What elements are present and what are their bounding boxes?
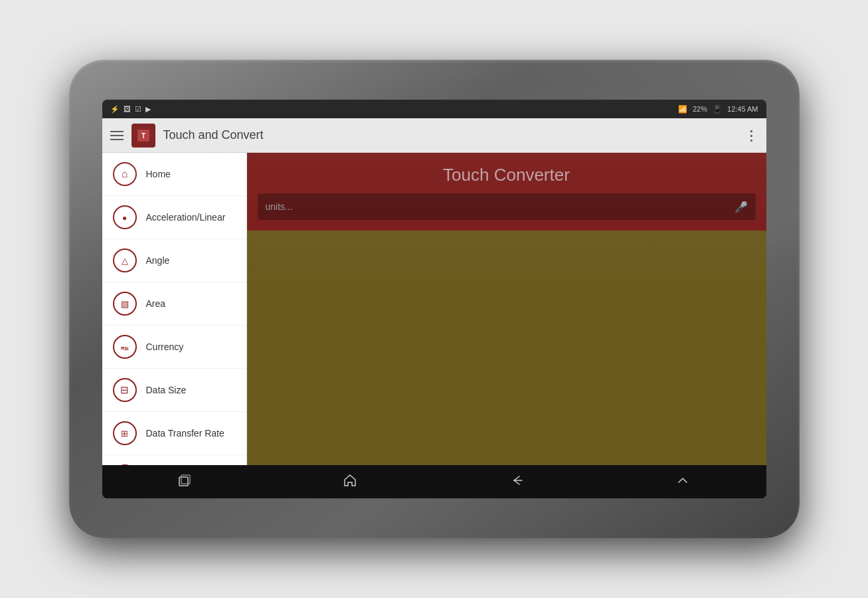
svg-rect-2 [179, 477, 188, 486]
angle-icon [113, 249, 137, 272]
svg-rect-3 [181, 475, 190, 484]
sidebar-label-data-size: Data Size [146, 385, 187, 395]
data-transfer-icon [113, 421, 137, 445]
mic-icon[interactable]: 🎤 [735, 201, 748, 213]
svg-text:T: T [141, 132, 145, 140]
sidebar-label-home: Home [146, 169, 171, 179]
content-body [247, 231, 766, 465]
status-right-area: 📶 22% 📱 12:45 AM [678, 105, 758, 114]
status-left-icons: ⚡ 🖼 ☑ ▶ [110, 105, 151, 114]
sidebar-label-data-transfer: Data Transfer Rate [146, 428, 224, 439]
sidebar-item-acceleration[interactable]: Acceleration/Linear [102, 196, 246, 239]
sidebar-item-data-transfer[interactable]: Data Transfer Rate [102, 412, 246, 455]
content-area: Touch Converter units... 🎤 [247, 153, 766, 465]
content-header: Touch Converter units... 🎤 [247, 153, 766, 231]
search-input-placeholder: units... [266, 201, 735, 212]
tablet-device: ⚡ 🖼 ☑ ▶ 📶 22% 📱 12:45 AM T [69, 60, 800, 538]
acceleration-icon [113, 205, 137, 229]
overflow-menu-button[interactable]: ⋮ [744, 128, 758, 144]
app-title: Touch and Convert [163, 128, 744, 142]
home-button[interactable] [329, 468, 371, 496]
app-logo: T [131, 124, 155, 148]
media-icon: ▶ [145, 105, 151, 114]
sidebar: Home Acceleration/Linear Angle [102, 153, 247, 465]
up-button[interactable] [662, 468, 703, 496]
home-icon [113, 162, 137, 186]
tablet-screen: ⚡ 🖼 ☑ ▶ 📶 22% 📱 12:45 AM T [102, 100, 766, 498]
data-size-icon [113, 378, 137, 402]
sidebar-item-currency[interactable]: Currency [102, 326, 246, 369]
sidebar-label-currency: Currency [146, 342, 184, 352]
sidebar-label-angle: Angle [146, 255, 170, 266]
sidebar-item-area[interactable]: Area [102, 282, 246, 326]
sim-icon: 📱 [713, 105, 722, 114]
back-button[interactable] [496, 468, 537, 496]
main-area: Home Acceleration/Linear Angle [102, 153, 766, 465]
image-icon: 🖼 [124, 105, 131, 113]
battery-percent: 22% [693, 105, 707, 113]
content-title: Touch Converter [247, 153, 766, 193]
recents-button[interactable] [165, 468, 205, 496]
check-icon: ☑ [135, 105, 141, 114]
sidebar-item-home[interactable]: Home [102, 153, 246, 196]
usb-icon: ⚡ [110, 105, 120, 114]
currency-icon [113, 335, 137, 359]
app-logo-svg: T [136, 128, 151, 143]
sidebar-label-area: Area [146, 298, 166, 309]
nav-bar [102, 465, 766, 498]
app-bar: T Touch and Convert ⋮ [102, 118, 766, 153]
sidebar-item-data-size[interactable]: Data Size [102, 369, 246, 412]
search-bar[interactable]: units... 🎤 [258, 193, 756, 220]
wifi-icon: 📶 [678, 105, 687, 114]
drawer-toggle-button[interactable] [110, 131, 124, 140]
sidebar-item-angle[interactable]: Angle [102, 239, 246, 282]
status-bar: ⚡ 🖼 ☑ ▶ 📶 22% 📱 12:45 AM [102, 100, 766, 118]
sidebar-item-density[interactable]: Density [102, 455, 246, 465]
area-icon [113, 292, 137, 316]
clock: 12:45 AM [727, 105, 758, 113]
sidebar-label-acceleration: Acceleration/Linear [146, 212, 226, 223]
